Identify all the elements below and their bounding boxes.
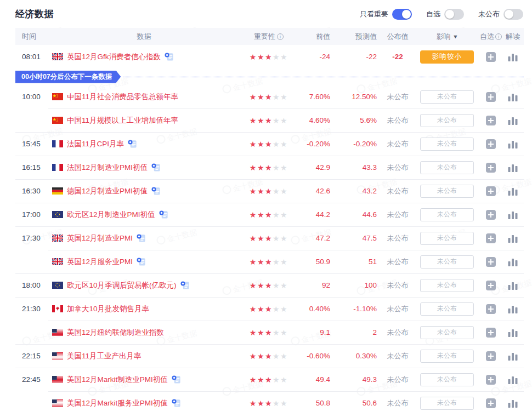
- event-data-cell: 英国12月服务业PMI: [47, 257, 241, 267]
- header-watchlist[interactable]: 自选: [480, 32, 502, 42]
- news-doc-icon[interactable]: [172, 375, 181, 384]
- add-watchlist-button[interactable]: [486, 398, 496, 408]
- toggle-important-only[interactable]: 只看重要: [360, 9, 412, 20]
- star-filled-icon: ★: [250, 116, 257, 125]
- indicator-name-link[interactable]: 英国12月服务业PMI: [67, 257, 133, 267]
- table-row: 22:45 美国12月Markit制造业PMI初值 ★★★★★ 49.4 49.…: [15, 368, 524, 391]
- row-divider: [48, 321, 524, 321]
- add-watchlist-button[interactable]: [486, 139, 496, 149]
- news-doc-icon[interactable]: [151, 186, 161, 196]
- add-watchlist-button[interactable]: [486, 116, 496, 125]
- chart-cell: [502, 351, 524, 361]
- history-chart-icon[interactable]: [507, 116, 518, 125]
- history-chart-icon[interactable]: [507, 351, 518, 361]
- toggle-unpublished[interactable]: 未公布: [478, 9, 523, 20]
- star-filled-icon: ★: [265, 399, 273, 408]
- banner-dotted-line: [123, 77, 524, 77]
- row-divider: [15, 344, 524, 345]
- indicator-name-link[interactable]: 美国11月工业产出月率: [67, 351, 142, 361]
- add-watchlist-button[interactable]: [486, 257, 496, 267]
- add-watchlist-button[interactable]: [486, 186, 496, 196]
- indicator-name-link[interactable]: 德国12月制造业PMI初值: [67, 186, 148, 196]
- table-row: 中国11月规模以上工业增加值年率 ★★★★★ 4.60% 5.6% 未公布 未公…: [15, 108, 524, 132]
- add-watchlist-button[interactable]: [486, 351, 496, 361]
- star-empty-icon: ★: [280, 305, 288, 313]
- event-data-cell: 中国11月社会消费品零售总额年率: [47, 92, 241, 102]
- history-chart-icon[interactable]: [507, 52, 518, 62]
- event-time: 22:15: [15, 352, 47, 360]
- history-chart-icon[interactable]: [507, 186, 518, 196]
- history-chart-icon[interactable]: [507, 375, 518, 385]
- history-chart-icon[interactable]: [507, 304, 518, 314]
- star-filled-icon: ★: [265, 328, 273, 337]
- news-doc-icon[interactable]: [137, 257, 146, 266]
- header-importance[interactable]: 重要性: [241, 32, 296, 42]
- add-watchlist-button[interactable]: [486, 375, 496, 385]
- indicator-name-link[interactable]: 加拿大10月批发销售月率: [67, 304, 149, 314]
- topbar: 经济数据 只看重要 自选 未公布: [0, 0, 532, 26]
- info-icon[interactable]: [495, 33, 502, 40]
- history-chart-icon[interactable]: [507, 233, 518, 243]
- table-row: 17:30 英国12月制造业PMI ★★★★★ 47.2 47.5 未公布 未公…: [15, 226, 524, 250]
- indicator-name-link[interactable]: 法国11月CPI月率: [67, 139, 124, 149]
- toggle-important-only-label: 只看重要: [360, 9, 388, 19]
- star-filled-icon: ★: [265, 352, 273, 361]
- header-impact-sort[interactable]: 影响: [414, 32, 480, 42]
- importance-stars: ★★★★★: [241, 163, 296, 172]
- add-watchlist-button[interactable]: [486, 233, 496, 243]
- previous-value: 42.9: [296, 163, 335, 172]
- star-empty-icon: ★: [280, 258, 288, 266]
- news-doc-icon[interactable]: [165, 52, 174, 61]
- table-row: 21:30 加拿大10月批发销售月率 ★★★★★ 0.40% -1.10% 未公…: [15, 297, 524, 321]
- history-chart-icon[interactable]: [507, 210, 518, 220]
- add-watchlist-button[interactable]: [486, 52, 496, 62]
- add-watchlist-button[interactable]: [486, 304, 496, 314]
- history-chart-icon[interactable]: [507, 281, 518, 290]
- indicator-name-link[interactable]: 美国12月纽约联储制造业指数: [67, 328, 164, 338]
- watch-cell: [480, 186, 502, 196]
- indicator-name-link[interactable]: 欧元区10月季调后贸易帐(亿欧元): [67, 281, 177, 290]
- add-watchlist-button[interactable]: [486, 328, 496, 338]
- indicator-name-link[interactable]: 英国12月Gfk消费者信心指数: [67, 52, 161, 62]
- add-watchlist-button[interactable]: [486, 210, 496, 220]
- news-doc-icon[interactable]: [159, 210, 168, 219]
- news-doc-icon[interactable]: [172, 398, 181, 408]
- news-doc-icon[interactable]: [180, 281, 190, 290]
- news-doc-icon[interactable]: [137, 233, 146, 243]
- indicator-name-link[interactable]: 美国12月Markit服务业PMI初值: [67, 398, 168, 408]
- add-watchlist-button[interactable]: [486, 163, 496, 173]
- add-watchlist-button[interactable]: [486, 92, 496, 102]
- history-chart-icon[interactable]: [507, 328, 518, 338]
- history-chart-icon[interactable]: [507, 139, 518, 149]
- info-icon[interactable]: [277, 33, 284, 40]
- event-time: 16:15: [15, 163, 47, 172]
- importance-stars: ★★★★★: [241, 116, 296, 125]
- news-doc-icon[interactable]: [151, 163, 161, 172]
- toggle-watchlist[interactable]: 自选: [426, 9, 464, 20]
- toggle-switch[interactable]: [392, 9, 412, 20]
- history-chart-icon[interactable]: [507, 92, 518, 102]
- indicator-name-link[interactable]: 法国12月制造业PMI初值: [67, 163, 148, 173]
- news-doc-icon[interactable]: [128, 139, 137, 148]
- flag-us-icon: [52, 352, 63, 359]
- impact-small-button[interactable]: 影响较小: [420, 50, 474, 64]
- history-chart-icon[interactable]: [507, 398, 518, 408]
- watch-cell: [480, 281, 502, 290]
- flag-us-icon: [52, 376, 63, 383]
- indicator-name-link[interactable]: 中国11月规模以上工业增加值年率: [67, 116, 178, 125]
- table-body: 08:01 英国12月Gfk消费者信心指数 ★★★★★ -24 -22 -22 …: [15, 45, 524, 415]
- star-empty-icon: ★: [273, 234, 280, 243]
- indicator-name-link[interactable]: 中国11月社会消费品零售总额年率: [67, 92, 178, 102]
- star-empty-icon: ★: [273, 116, 280, 125]
- history-chart-icon[interactable]: [507, 163, 518, 173]
- watch-cell: [480, 375, 502, 385]
- history-chart-icon[interactable]: [507, 257, 518, 267]
- flag-eu-icon: [52, 211, 63, 218]
- add-watchlist-button[interactable]: [486, 281, 496, 290]
- indicator-name-link[interactable]: 欧元区12月制造业PMI初值: [67, 210, 155, 220]
- toggle-switch[interactable]: [503, 9, 523, 20]
- toggle-switch[interactable]: [444, 9, 464, 20]
- star-empty-icon: ★: [280, 140, 288, 148]
- indicator-name-link[interactable]: 英国12月制造业PMI: [67, 233, 133, 243]
- indicator-name-link[interactable]: 美国12月Markit制造业PMI初值: [67, 375, 168, 385]
